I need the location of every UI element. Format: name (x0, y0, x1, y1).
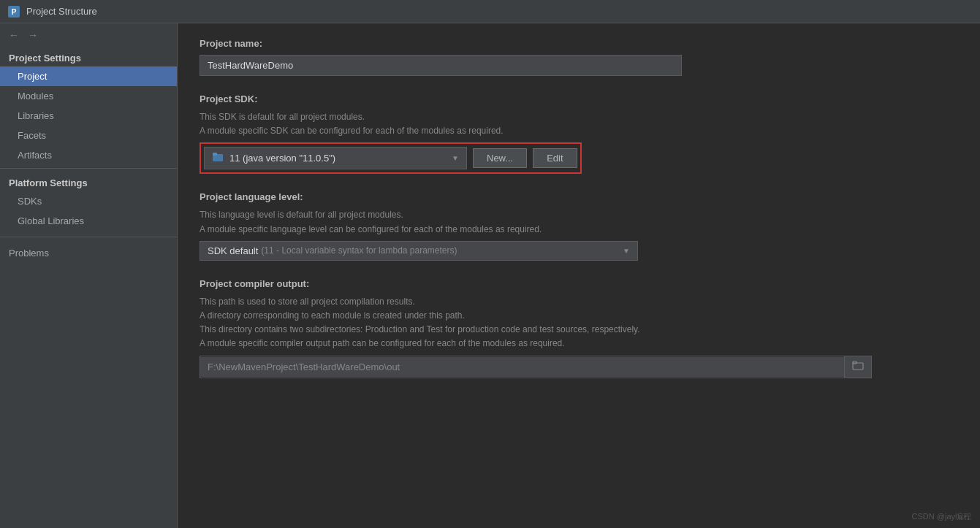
content-area: Project name: Project SDK: This SDK is d… (178, 23, 980, 528)
sdk-desc1: This SDK is default for all project modu… (200, 110, 958, 138)
forward-button[interactable]: → (25, 28, 41, 42)
project-sdk-section: Project SDK: This SDK is default for all… (200, 93, 958, 174)
svg-rect-3 (213, 153, 217, 156)
project-sdk-label: Project SDK: (200, 93, 958, 104)
app-icon: P (7, 5, 20, 18)
watermark: CSDN @jay编程 (912, 511, 971, 522)
language-level-label: Project language level: (200, 191, 958, 202)
sidebar-item-libraries[interactable]: Libraries (0, 106, 177, 126)
sidebar-item-problems[interactable]: Problems (9, 243, 168, 263)
sidebar-item-global-libraries[interactable]: Global Libraries (0, 211, 177, 231)
compiler-output-desc: This path is used to store all project c… (200, 295, 958, 351)
platform-settings-header: Platform Settings (0, 168, 177, 191)
sdk-dropdown-arrow: ▼ (452, 154, 459, 162)
sdk-dropdown[interactable]: 11 (java version "11.0.5") ▼ (204, 147, 467, 169)
back-button[interactable]: ← (6, 28, 22, 42)
sidebar-item-project[interactable]: Project (0, 66, 177, 86)
nav-buttons: ← → (0, 23, 177, 47)
svg-text:P: P (12, 8, 17, 16)
compiler-output-row (200, 356, 872, 378)
compiler-output-label: Project compiler output: (200, 278, 958, 289)
sidebar-item-facets[interactable]: Facets (0, 126, 177, 145)
title-bar: P Project Structure (0, 0, 980, 23)
project-name-section: Project name: (200, 38, 958, 76)
compiler-output-folder-button[interactable] (844, 356, 871, 378)
window-title: Project Structure (26, 6, 97, 17)
sidebar-item-sdks[interactable]: SDKs (0, 191, 177, 211)
sdk-folder-icon (212, 151, 224, 165)
sidebar-item-artifacts[interactable]: Artifacts (0, 145, 177, 165)
sidebar: ← → Project Settings Project Modules Lib… (0, 23, 178, 528)
lang-dropdown-arrow: ▼ (623, 247, 630, 255)
project-name-label: Project name: (200, 38, 958, 49)
new-sdk-button[interactable]: New... (473, 148, 527, 168)
main-layout: ← → Project Settings Project Modules Lib… (0, 23, 980, 528)
problems-section: Problems (0, 237, 177, 267)
language-level-dropdown[interactable]: SDK default (11 - Local variable syntax … (200, 241, 638, 261)
project-settings-header: Project Settings (0, 47, 177, 66)
sdk-row: 11 (java version "11.0.5") ▼ New... Edit (200, 142, 582, 174)
lang-default-value: SDK default (208, 245, 258, 256)
sidebar-item-modules[interactable]: Modules (0, 86, 177, 106)
edit-sdk-button[interactable]: Edit (533, 148, 577, 168)
project-name-input[interactable] (200, 55, 682, 76)
compiler-output-section: Project compiler output: This path is us… (200, 278, 958, 378)
sdk-value: 11 (java version "11.0.5") (229, 153, 335, 164)
lang-detail-value: (11 - Local variable syntax for lambda p… (261, 245, 457, 256)
language-level-section: Project language level: This language le… (200, 191, 958, 260)
compiler-output-input[interactable] (200, 357, 844, 377)
language-level-desc: This language level is default for all p… (200, 208, 958, 236)
